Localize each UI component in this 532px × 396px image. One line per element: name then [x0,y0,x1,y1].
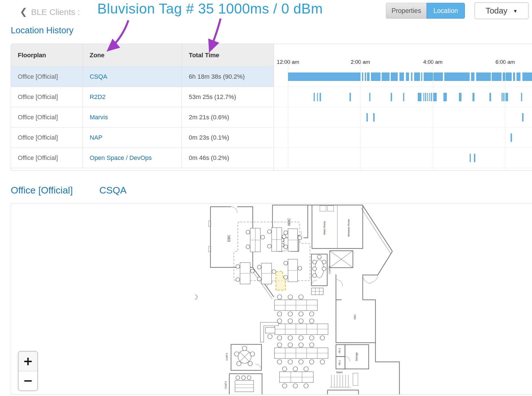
presence-bar [414,72,420,81]
zone-link[interactable]: Open Space / DevOps [90,154,152,162]
presence-bar [366,113,368,122]
presence-bar [459,93,461,101]
column-header-total-time: Total Time [182,44,274,66]
total-time-cell: 53m 25s (12.7%) [182,87,274,107]
zone-table: Floorplan Zone Total Time Office [Offici… [11,44,274,170]
floorplan-cell: Office [Official] [11,148,83,168]
table-row[interactable]: Office [Official] CSQA 6h 18m 38s (90.2%… [11,67,274,87]
presence-bar [429,93,430,101]
presence-bar [443,93,447,101]
presence-bar [418,93,422,101]
date-range-dropdown[interactable]: Today ▼ [474,2,529,19]
room-ebc-right: EBC [336,274,375,343]
view-toggle: Properties Location [386,3,465,19]
presence-bar [421,72,422,81]
gridline-over-bar [505,72,506,81]
room-restrooms: Mans Room Womens Room [312,205,363,248]
presence-bar [369,93,371,101]
presence-bar [320,93,321,101]
page-header: ❮ BLE Clients : Bluvision Tag # 35 1000m… [0,0,532,44]
presence-bar [403,93,405,101]
table-row[interactable]: Office [Official] Open Space / DevOps 0m… [11,148,274,168]
floorplan-cell: Office [Official] [11,107,83,127]
presence-bar [472,93,474,101]
presence-bar [427,93,428,101]
presence-bar [391,72,398,81]
floorplan-drawing[interactable]: EBC NOC Mans Room Womens Room [195,204,404,395]
axis-gridline [360,60,361,170]
presence-bar [471,72,474,81]
table-row[interactable]: Office [Official] Marvis 2m 21s (0.6%) [11,107,274,127]
partial-row [11,168,274,170]
section-title: Location History [11,25,73,36]
presence-bar [516,72,520,81]
svg-text:Storage: Storage [355,352,358,361]
presence-bar [513,72,515,81]
presence-bar [314,93,315,101]
location-tab[interactable]: Location [427,3,465,19]
presence-bar [411,72,412,81]
presence-bar [362,72,363,81]
svg-text:Ph 1: Ph 1 [338,360,341,366]
zone-link[interactable]: CSQA [90,73,107,80]
timeline-track-r2d2 [274,87,532,107]
presence-bar [365,72,366,81]
zoom-in-button[interactable]: + [19,352,37,371]
page-title: Bluvision Tag # 35 1000ms / 0 dBm [97,1,323,17]
zone-link[interactable]: Marvis [90,114,108,121]
presence-bar [492,72,502,81]
selected-zone-name[interactable]: CSQA [99,185,126,196]
floorplan-cell: Office [Official] [11,67,83,87]
location-history-panel: Floorplan Zone Total Time Office [Offici… [11,44,532,171]
svg-text:Conf 6: Conf 6 [328,266,331,274]
svg-text:Mans Room: Mans Room [323,221,326,235]
chevron-down-icon: ▼ [513,8,518,14]
desk-cluster-a [236,228,302,284]
presence-bar [522,72,532,81]
column-header-floorplan: Floorplan [11,44,83,66]
table-row[interactable]: Office [Official] NAP 0m 23s (0.1%) [11,127,274,148]
elevator-shaft [330,251,353,268]
presence-bar [399,72,404,81]
timeline-track-openspace [274,148,532,168]
presence-bar [391,93,392,101]
total-time-cell: 0m 23s (0.1%) [182,127,274,148]
presence-bar [433,93,437,101]
room-ebc-topleft: EBC [208,207,253,267]
presence-bar [371,72,381,81]
zoom-out-button[interactable]: − [19,371,37,391]
zone-link[interactable]: R2D2 [90,93,105,101]
date-range-label: Today [485,6,507,16]
presence-bar [349,93,351,101]
room-conf4: Conf 4 [224,374,262,395]
presence-bar [522,113,524,122]
presence-bar [444,72,470,81]
svg-text:EBC: EBC [227,235,231,242]
timeline-track-nap [274,127,532,148]
breadcrumb: BLE Clients : [31,7,80,17]
properties-tab[interactable]: Properties [386,3,427,19]
back-icon[interactable]: ❮ [20,6,27,17]
total-time-cell: 2m 21s (0.6%) [182,107,274,127]
timeline-track-marvis [274,107,532,127]
floorplan-cell: Office [Official] [11,87,83,107]
rooms-phone-storage: Ph 2 Ph 1 Storage [336,345,369,369]
presence-bar [503,72,512,81]
presence-bar [423,93,425,101]
presence-bar [502,93,503,101]
presence-bar [489,93,491,101]
presence-bar [476,72,491,81]
presence-bar [474,154,475,162]
highlighted-zone-csqa [276,271,285,290]
map-zoom-control: + − [18,351,38,391]
gridline-over-bar [505,93,506,101]
column-header-zone: Zone [83,44,182,66]
zone-link[interactable]: NAP [90,134,102,141]
floorplan-name[interactable]: Office [Official] [11,185,73,196]
table-header-row: Floorplan Zone Total Time [11,44,274,67]
presence-bar [382,72,389,81]
table-row[interactable]: Office [Official] R2D2 53m 25s (12.7%) [11,87,274,107]
svg-text:Conf 4: Conf 4 [224,381,227,389]
presence-bar [373,113,375,122]
svg-text:Ph 2: Ph 2 [338,348,341,353]
